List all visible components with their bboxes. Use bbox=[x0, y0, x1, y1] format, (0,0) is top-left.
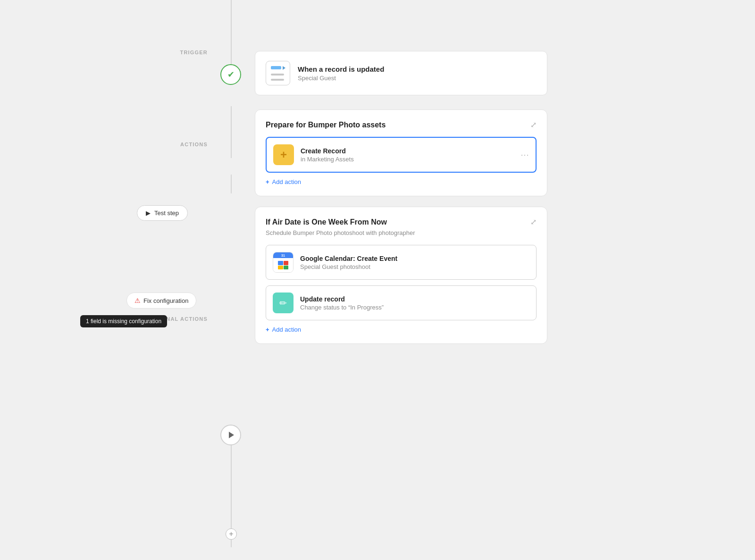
actions-label: ACTIONS bbox=[0, 142, 208, 147]
update-record-icon: ✏ bbox=[273, 293, 294, 313]
plus-icon-2: + bbox=[266, 326, 269, 333]
add-node-button[interactable]: + bbox=[226, 528, 237, 540]
test-step-button[interactable]: ▶ Test step bbox=[137, 205, 188, 221]
create-record-icon: + bbox=[273, 144, 294, 165]
conditional-title: If Air Date is One Week From Now bbox=[266, 218, 387, 226]
fix-config-label: Fix configuration bbox=[143, 297, 188, 304]
trigger-icon bbox=[266, 61, 290, 85]
trigger-subtitle: Special Guest bbox=[298, 75, 384, 82]
action-menu-icon[interactable]: ⋯ bbox=[520, 150, 529, 160]
actions-group-card: Prepare for Bumper Photo assets ⤢ + Crea… bbox=[255, 109, 547, 196]
trigger-title: When a record is updated bbox=[298, 65, 384, 73]
gcal-title: Google Calendar: Create Event bbox=[300, 255, 529, 262]
update-record-subtitle: Change status to “In Progress” bbox=[300, 304, 529, 311]
trigger-node[interactable]: ✔ bbox=[220, 64, 241, 85]
create-record-action[interactable]: + Create Record in Marketing Assets ⋯ bbox=[266, 137, 537, 173]
warning-icon: ⚠ bbox=[134, 297, 141, 304]
plus-icon-1: + bbox=[266, 178, 269, 185]
add-action-button-1[interactable]: + Add action bbox=[266, 178, 537, 185]
missing-config-tooltip: 1 field is missing configuration bbox=[80, 315, 167, 327]
play-icon bbox=[229, 432, 234, 438]
gcal-subtitle: Special Guest photoshoot bbox=[300, 263, 529, 270]
check-icon: ✔ bbox=[227, 69, 235, 80]
add-action-button-2[interactable]: + Add action bbox=[266, 326, 537, 333]
fix-config-button[interactable]: ⚠ Fix configuration bbox=[126, 293, 196, 309]
add-action-label-2: Add action bbox=[272, 326, 301, 333]
play-node[interactable] bbox=[220, 425, 241, 445]
expand-icon-2[interactable]: ⤢ bbox=[530, 217, 537, 226]
conditional-group-card: If Air Date is One Week From Now ⤢ Sched… bbox=[255, 207, 547, 344]
conditional-subtitle: Schedule Bumper Photo photoshoot with ph… bbox=[266, 229, 537, 236]
cards-area: When a record is updated Special Guest P… bbox=[255, 51, 547, 344]
test-step-label: Test step bbox=[154, 209, 179, 217]
update-record-title: Update record bbox=[300, 295, 529, 303]
plus-icon-bottom: + bbox=[229, 530, 233, 538]
tooltip-text: 1 field is missing configuration bbox=[86, 318, 161, 325]
create-record-title: Create Record bbox=[301, 147, 514, 155]
gcal-action[interactable]: 31 Google Calendar: Create Event Special… bbox=[266, 245, 537, 280]
trigger-label: TRIGGER bbox=[0, 50, 208, 55]
play-icon-small: ▶ bbox=[146, 209, 151, 217]
gcal-icon: 31 bbox=[273, 252, 294, 273]
add-action-label-1: Add action bbox=[272, 178, 301, 185]
update-record-action[interactable]: ✏ Update record Change status to “In Pro… bbox=[266, 285, 537, 320]
actions-group-title: Prepare for Bumper Photo assets bbox=[266, 121, 386, 129]
trigger-card[interactable]: When a record is updated Special Guest bbox=[255, 51, 547, 95]
expand-icon[interactable]: ⤢ bbox=[530, 120, 537, 129]
create-record-subtitle: in Marketing Assets bbox=[301, 156, 514, 163]
